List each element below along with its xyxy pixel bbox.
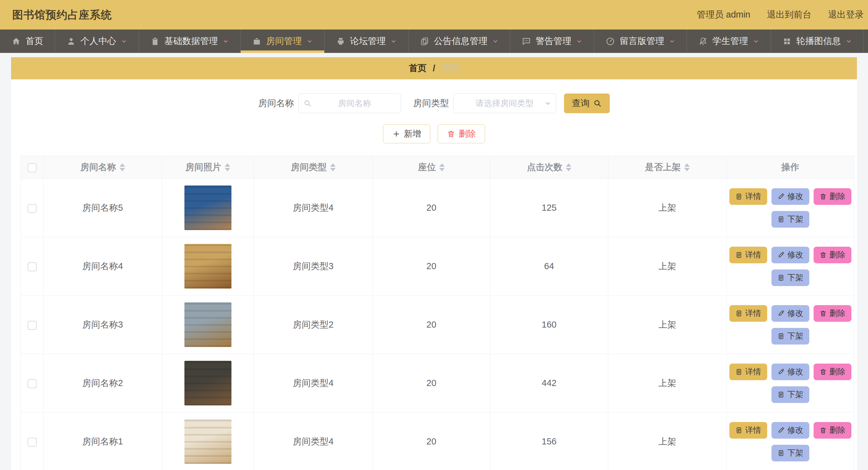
row-edit-button[interactable]: 修改 — [772, 188, 809, 205]
status-cell: 上架 — [608, 179, 726, 237]
select-all-checkbox[interactable] — [28, 163, 37, 172]
clicks-cell: 156 — [490, 412, 608, 470]
current-user-link[interactable]: 管理员 admin — [697, 9, 750, 21]
table-row: 房间名称4房间类型32064上架详情修改删除下架 — [21, 237, 854, 296]
room-photo — [184, 185, 231, 230]
room-name-label: 房间名称 — [258, 97, 294, 110]
nav-item-announcement[interactable]: 公告信息管理 — [408, 30, 510, 53]
header-links: 管理员 admin 退出到前台 退出登录 — [697, 9, 864, 21]
room-type-select-placeholder: 请选择房间类型 — [475, 98, 534, 109]
room-type-select[interactable]: 请选择房间类型 — [453, 93, 556, 113]
briefcase-icon — [252, 37, 261, 46]
row-edit-button[interactable]: 修改 — [772, 247, 809, 263]
nav-item-warning[interactable]: 警告管理 — [510, 30, 594, 53]
row-delete-button[interactable]: 删除 — [814, 422, 851, 439]
room-type-cell: 房间类型4 — [254, 412, 373, 470]
column-header-3[interactable]: 房间类型 — [254, 156, 373, 179]
room-name-cell: 房间名称4 — [44, 237, 162, 296]
app-title: 图书馆预约占座系统 — [12, 8, 112, 22]
home-icon — [11, 37, 21, 46]
room-type-label: 房间类型 — [413, 97, 449, 110]
edit-icon — [777, 427, 785, 434]
doc-icon — [777, 332, 785, 340]
logout-link[interactable]: 退出登录 — [828, 9, 864, 21]
sort-carets-icon[interactable] — [120, 163, 125, 171]
row-checkbox[interactable] — [28, 262, 37, 271]
row-checkbox[interactable] — [28, 204, 37, 213]
edit-icon — [777, 368, 785, 376]
nav-item-profile[interactable]: 个人中心 — [55, 30, 139, 53]
delete-button[interactable]: 删除 — [438, 124, 485, 143]
row-detail-button[interactable]: 详情 — [730, 247, 767, 263]
breadcrumb-current: 房间 — [441, 62, 459, 75]
nav-item-student[interactable]: 学生管理 — [687, 30, 771, 53]
chevron-down-icon — [845, 38, 852, 45]
grid-icon — [782, 37, 792, 46]
row-checkbox[interactable] — [28, 379, 37, 388]
row-edit-button[interactable]: 修改 — [772, 422, 809, 439]
column-header-5[interactable]: 点击次数 — [490, 156, 608, 179]
nav-item-carousel[interactable]: 轮播图信息 — [771, 30, 864, 53]
row-delete-button[interactable]: 删除 — [814, 247, 851, 263]
doc-icon — [777, 216, 785, 223]
column-header-2[interactable]: 房间照片 — [162, 156, 254, 179]
row-delete-button[interactable]: 删除 — [814, 305, 851, 322]
row-edit-button[interactable]: 修改 — [772, 305, 809, 322]
nav-item-home[interactable]: 首页 — [0, 30, 55, 53]
seats-cell: 20 — [373, 179, 490, 237]
row-checkbox[interactable] — [28, 438, 37, 447]
row-checkbox[interactable] — [28, 321, 37, 330]
row-detail-button[interactable]: 详情 — [730, 363, 767, 380]
toolbar: 新增 删除 — [11, 124, 857, 143]
column-header-1[interactable]: 房间名称 — [44, 156, 162, 179]
room-name-cell: 房间名称2 — [44, 354, 162, 412]
nav-item-label: 轮播图信息 — [796, 35, 841, 47]
column-header-6[interactable]: 是否上架 — [608, 156, 726, 179]
sort-carets-icon[interactable] — [225, 163, 230, 171]
chevron-down-icon — [121, 38, 127, 45]
row-edit-button[interactable]: 修改 — [772, 363, 809, 380]
clipboard-icon — [150, 37, 160, 46]
row-detail-button[interactable]: 详情 — [730, 422, 767, 439]
column-header-4[interactable]: 座位 — [373, 156, 490, 179]
sort-carets-icon[interactable] — [566, 163, 571, 171]
breadcrumb-home[interactable]: 首页 — [409, 62, 427, 75]
doc-icon — [777, 449, 785, 457]
edit-icon — [777, 310, 785, 317]
room-name-input[interactable] — [299, 93, 401, 113]
sort-carets-icon[interactable] — [684, 163, 690, 171]
room-photo — [184, 244, 231, 289]
nav-item-message-board[interactable]: 留言版管理 — [594, 30, 687, 53]
row-off-shelf-button[interactable]: 下架 — [772, 211, 809, 228]
row-off-shelf-button[interactable]: 下架 — [772, 386, 809, 403]
search-icon — [303, 99, 312, 108]
edit-icon — [777, 251, 785, 259]
doc-icon — [777, 274, 785, 282]
row-detail-button[interactable]: 详情 — [730, 305, 767, 322]
room-name-cell: 房间名称5 — [44, 179, 162, 237]
nav-item-label: 论坛管理 — [350, 35, 386, 47]
select-all-header — [21, 156, 44, 179]
chat-icon — [522, 37, 531, 46]
sort-carets-icon[interactable] — [439, 163, 445, 171]
add-button[interactable]: 新增 — [383, 124, 430, 143]
nav-item-room[interactable]: 房间管理 — [241, 30, 324, 53]
row-off-shelf-button[interactable]: 下架 — [772, 445, 809, 461]
row-off-shelf-button[interactable]: 下架 — [772, 328, 809, 345]
table-header-row: 房间名称房间照片房间类型座位点击次数是否上架操作 — [21, 156, 854, 179]
nav-item-label: 个人中心 — [81, 35, 116, 47]
nav-item-label: 警告管理 — [536, 35, 571, 47]
row-delete-button[interactable]: 删除 — [814, 363, 851, 380]
chevron-down-icon — [390, 38, 397, 45]
row-detail-button[interactable]: 详情 — [730, 188, 767, 205]
nav-item-label: 基础数据管理 — [164, 35, 218, 47]
row-delete-button[interactable]: 删除 — [814, 188, 851, 205]
query-button[interactable]: 查询 — [564, 93, 610, 113]
exit-to-front-link[interactable]: 退出到前台 — [767, 9, 811, 21]
clicks-cell: 125 — [490, 179, 608, 237]
status-cell: 上架 — [608, 237, 726, 296]
nav-item-forum[interactable]: 论坛管理 — [324, 30, 408, 53]
row-off-shelf-button[interactable]: 下架 — [772, 269, 809, 286]
sort-carets-icon[interactable] — [330, 163, 336, 171]
nav-item-base-data[interactable]: 基础数据管理 — [139, 30, 241, 53]
